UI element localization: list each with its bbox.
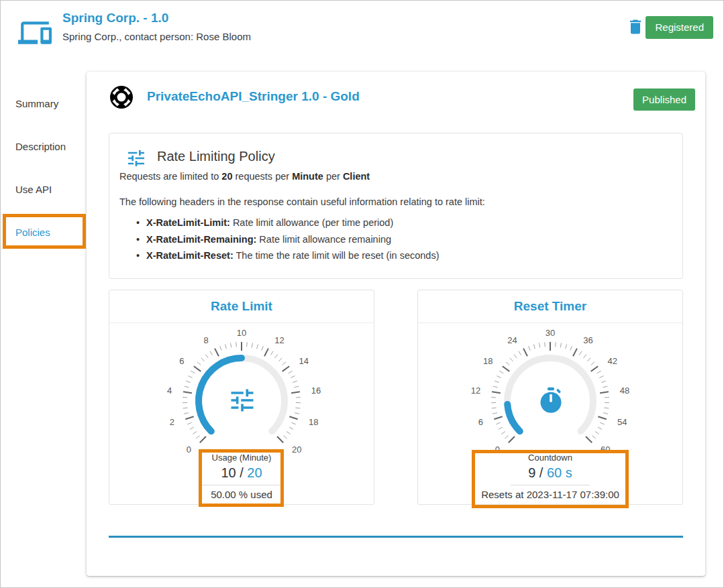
svg-text:4: 4 [167,386,172,396]
svg-text:24: 24 [507,335,517,345]
rate-limit-gauge-card: Rate Limit 02468101214161820 Usage (Minu… [109,290,374,505]
reset-timer-gauge-card: Reset Timer 06121824303642485460 Countdo… [417,290,683,505]
rate-limit-headers-list: X-RateLimit-Limit: Rate limit allowance … [146,215,439,264]
stat-value: 10 / 20 [109,465,374,481]
stat-footer: Resets at 2023-11-17 07:39:00 [418,489,682,500]
policy-panel-title: Rate Limiting Policy [157,149,275,164]
svg-text:60: 60 [601,445,610,453]
stat-value: 9 / 60 s [418,465,682,481]
svg-text:6: 6 [478,417,483,427]
svg-text:16: 16 [311,386,321,396]
svg-text:42: 42 [608,356,617,366]
svg-text:0: 0 [187,445,191,453]
status-badge-published: Published [633,89,695,111]
stat-label: Usage (Minute) [109,453,374,463]
svg-text:36: 36 [583,335,592,345]
svg-text:10: 10 [237,328,246,338]
sidebar-item-description[interactable]: Description [1,138,85,156]
api-title: PrivateEchoAPI_Stringer 1.0 - Gold [147,89,360,104]
svg-text:20: 20 [292,445,301,453]
svg-text:14: 14 [299,356,309,366]
application-policies-page: Spring Corp. - 1.0 Spring Corp., contact… [0,0,724,588]
svg-text:0: 0 [495,445,500,453]
svg-text:18: 18 [309,417,318,427]
status-badge-registered: Registered [645,16,713,39]
svg-text:12: 12 [471,386,480,396]
sidebar-item-use-api[interactable]: Use API [1,181,85,198]
svg-text:2: 2 [170,417,174,427]
lifebuoy-icon [108,84,135,111]
application-subtitle: Spring Corp., contact person: Rose Bloom [62,31,251,42]
stat-label: Countdown [418,453,682,463]
gauge-card-title: Reset Timer [418,290,682,323]
svg-text:18: 18 [483,356,493,366]
main-card: PrivateEchoAPI_Stringer 1.0 - Gold Publi… [87,72,705,576]
application-title: Spring Corp. - 1.0 [62,11,168,25]
gauge-card-title: Rate Limit [109,290,374,323]
headers-intro: The following headers in the response co… [119,196,485,207]
sidebar-item-policies[interactable]: Policies [1,224,85,241]
timer-icon [537,387,564,414]
svg-text:8: 8 [203,335,208,345]
stat-footer: 50.00 % used [109,489,374,500]
svg-text:30: 30 [546,328,555,338]
svg-text:54: 54 [617,417,627,427]
devices-icon [18,19,52,47]
svg-text:48: 48 [620,386,629,396]
rate-limiting-policy-panel: Rate Limiting Policy Requests are limite… [109,133,683,279]
rate-limit-sentence: Requests are limited to 20 requests per … [119,171,370,182]
tune-icon [125,148,147,169]
section-divider [109,536,683,538]
list-item: X-RateLimit-Reset: The time the rate lim… [146,247,439,264]
trash-icon [626,17,645,36]
reset-timer-stats: Countdown 9 / 60 s Resets at 2023-11-17 … [418,453,682,500]
list-item: X-RateLimit-Remaining: Rate limit allowa… [146,231,439,248]
delete-application-button[interactable] [625,17,645,38]
svg-text:6: 6 [179,356,184,366]
rate-limit-stats: Usage (Minute) 10 / 20 50.00 % used [109,453,374,500]
list-item: X-RateLimit-Limit: Rate limit allowance … [146,215,439,231]
tune-icon [227,386,257,415]
svg-text:12: 12 [274,335,284,345]
sidebar-item-summary[interactable]: Summary [1,95,85,113]
divider [511,485,590,485]
divider [202,485,281,485]
